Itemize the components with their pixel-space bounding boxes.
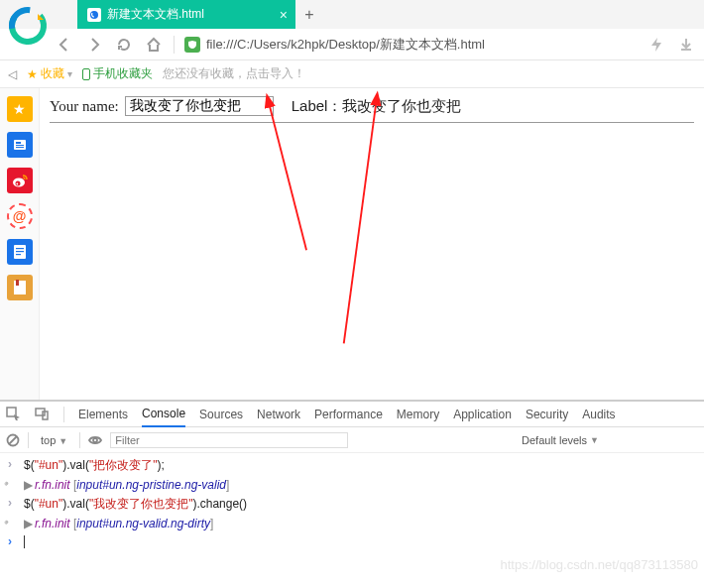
tab-performance[interactable]: Performance	[314, 403, 383, 426]
watermark: https://blog.csdn.net/qq873113580	[501, 557, 699, 572]
separator	[79, 432, 80, 448]
sidebar-mail-button[interactable]: @	[7, 203, 33, 229]
sidebar-toggle-icon[interactable]: ◁	[8, 67, 17, 81]
chevron-down-icon: ▼	[59, 436, 67, 446]
form-line: Your name: Label：我改变了你也变把	[50, 96, 694, 116]
chevron-down-icon: ▾	[67, 68, 72, 79]
page-content: Your name: Label：我改变了你也变把	[40, 88, 704, 400]
cursor	[24, 535, 25, 548]
console-prompt[interactable]	[0, 532, 704, 556]
main-area: ★ @ Your name: Label：我改变了你也变把	[0, 88, 704, 400]
tab-close-icon[interactable]: ×	[280, 7, 288, 23]
name-label: Your name:	[50, 98, 119, 115]
tab-elements[interactable]: Elements	[78, 403, 128, 426]
devtools-tab-bar: Elements Console Sources Network Perform…	[0, 402, 704, 427]
sidebar-weibo-button[interactable]	[7, 168, 33, 193]
favorites-label: 收藏	[41, 65, 64, 82]
output-label: Label：我改变了你也变把	[292, 97, 462, 116]
svg-rect-13	[16, 254, 21, 255]
tab-audits[interactable]: Audits	[582, 403, 615, 426]
forward-button[interactable]	[84, 35, 104, 55]
separator	[28, 432, 29, 448]
log-levels-selector[interactable]: Default levels ▼	[522, 434, 599, 446]
tab-sources[interactable]: Sources	[199, 403, 243, 426]
flash-icon[interactable]	[646, 35, 666, 55]
svg-point-23	[93, 438, 97, 442]
expand-icon[interactable]: ▶	[24, 478, 33, 492]
output-label-prefix: Label：	[292, 97, 343, 114]
phone-icon	[82, 68, 90, 80]
browser-tab-active[interactable]: 新建文本文档.html ×	[77, 0, 295, 29]
svg-rect-5	[16, 145, 24, 146]
sidebar-doc-button[interactable]	[7, 239, 33, 265]
console-output: $("#un").val("把你改变了"); ▶r.fn.init [input…	[0, 453, 704, 556]
output-label-value: 我改变了你也变把	[342, 97, 461, 114]
shield-icon	[184, 37, 200, 53]
sidebar: ★ @	[0, 88, 40, 400]
tab-network[interactable]: Network	[257, 403, 300, 426]
tab-application[interactable]: Application	[453, 403, 512, 426]
separator	[63, 407, 64, 422]
console-line[interactable]: $("#un").val("把你改变了");	[0, 455, 704, 476]
browser-tab-bar: 新建文本文档.html × +	[0, 0, 704, 29]
separator	[174, 36, 175, 54]
tab-title: 新建文本文档.html	[107, 6, 270, 23]
horizontal-rule	[50, 122, 694, 123]
url-text: file:///C:/Users/k2hpk/Desktop/新建文本文档.ht…	[206, 36, 485, 54]
phone-favorites-label: 手机收藏夹	[93, 65, 153, 82]
back-button[interactable]	[55, 35, 74, 55]
devtools-console-toolbar: top ▼ Default levels ▼	[0, 427, 704, 453]
devtools-panel: Elements Console Sources Network Perform…	[0, 400, 704, 556]
chevron-down-icon: ▼	[590, 435, 599, 445]
phone-favorites-button[interactable]: 手机收藏夹	[82, 65, 153, 82]
context-label: top	[41, 434, 56, 446]
live-expression-icon[interactable]	[88, 433, 102, 447]
favorites-button[interactable]: ★ 收藏 ▾	[27, 65, 72, 82]
url-area[interactable]: file:///C:/Users/k2hpk/Desktop/新建文本文档.ht…	[184, 36, 637, 54]
reload-button[interactable]	[114, 35, 134, 55]
console-line[interactable]: $("#un").val("我改变了你也变把").change()	[0, 494, 704, 515]
svg-rect-6	[16, 147, 24, 148]
svg-rect-15	[16, 280, 19, 286]
console-filter-input[interactable]	[110, 432, 348, 448]
bookmarks-hint[interactable]: 您还没有收藏，点击导入！	[163, 65, 305, 82]
star-icon: ★	[27, 67, 38, 81]
tab-console[interactable]: Console	[142, 402, 185, 427]
browser-logo-slot	[0, 0, 77, 29]
device-toggle-icon[interactable]	[35, 407, 50, 421]
tab-security[interactable]: Security	[526, 403, 568, 426]
svg-point-9	[16, 183, 18, 185]
tab-favicon-icon	[87, 8, 101, 22]
inspect-element-icon[interactable]	[6, 407, 21, 421]
address-bar: file:///C:/Users/k2hpk/Desktop/新建文本文档.ht…	[0, 29, 704, 60]
console-line[interactable]: ▶r.fn.init [input#un.ng-pristine.ng-vali…	[0, 476, 704, 494]
sidebar-news-button[interactable]	[7, 132, 33, 158]
browser-logo-icon[interactable]	[8, 6, 48, 46]
bookmarks-bar: ◁ ★ 收藏 ▾ 手机收藏夹 您还没有收藏，点击导入！	[0, 60, 704, 88]
annotation-arrows	[40, 88, 704, 400]
console-line[interactable]: ▶r.fn.init [input#un.ng-valid.ng-dirty]	[0, 515, 704, 532]
tab-memory[interactable]: Memory	[397, 403, 439, 426]
svg-rect-14	[14, 281, 26, 294]
expand-icon[interactable]: ▶	[24, 517, 33, 530]
download-icon[interactable]	[676, 35, 696, 55]
context-selector[interactable]: top ▼	[37, 434, 71, 446]
new-tab-button[interactable]: +	[295, 0, 323, 29]
svg-rect-11	[16, 248, 24, 249]
sidebar-star-button[interactable]: ★	[7, 96, 33, 122]
svg-line-17	[344, 102, 377, 344]
name-input[interactable]	[125, 96, 274, 116]
svg-rect-4	[16, 142, 21, 144]
log-levels-label: Default levels	[522, 434, 587, 446]
svg-rect-12	[16, 251, 24, 252]
svg-line-16	[269, 104, 306, 251]
sidebar-book-button[interactable]	[7, 275, 33, 300]
clear-console-icon[interactable]	[6, 433, 20, 447]
svg-line-22	[9, 436, 17, 444]
home-button[interactable]	[144, 35, 164, 55]
